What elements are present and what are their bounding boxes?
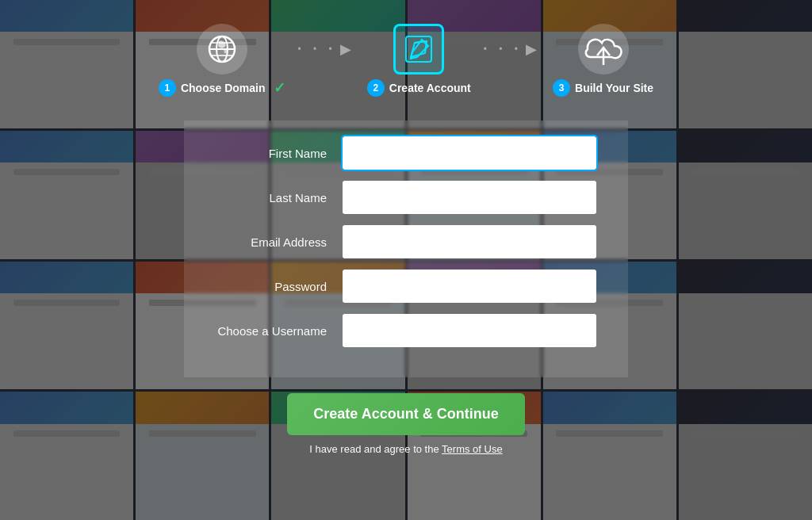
check-icon: ✓ — [274, 79, 285, 97]
email-label: Email Address — [216, 235, 343, 249]
last-name-input[interactable] — [343, 181, 596, 214]
create-account-form: First Name Last Name Email Address Passw… — [184, 120, 628, 377]
password-label: Password — [216, 280, 343, 293]
last-name-row: Last Name — [216, 181, 596, 214]
last-name-label: Last Name — [216, 191, 343, 205]
step-1-label: 1 Choose Domain ✓ — [159, 79, 285, 97]
pencil-icon — [393, 24, 444, 75]
main-content: 1 Choose Domain ✓ • • • ▶ — [0, 0, 812, 520]
terms-link[interactable]: Terms of Use — [442, 443, 503, 455]
terms-text: I have read and agree to the Terms of Us… — [309, 443, 502, 455]
username-row: Choose a Username — [216, 314, 596, 347]
divider-1: • • • ▶ — [285, 40, 367, 58]
step-1-icon: 1 Choose Domain ✓ — [159, 24, 285, 97]
cloud-upload-icon — [578, 24, 629, 75]
steps-nav: 1 Choose Domain ✓ • • • ▶ — [159, 24, 653, 97]
password-row: Password — [216, 270, 596, 303]
username-input[interactable] — [343, 314, 596, 347]
first-name-row: First Name — [216, 136, 596, 170]
step-3-icon: 3 Build Your Site — [553, 24, 653, 97]
submit-button[interactable]: Create Account & Continue — [287, 393, 525, 435]
username-label: Choose a Username — [216, 324, 343, 338]
step-2-label: 2 Create Account — [367, 79, 471, 97]
email-row: Email Address — [216, 225, 596, 258]
divider-2: • • • ▶ — [471, 40, 553, 58]
step-2-number: 2 — [367, 79, 385, 97]
step-2-icon: 2 Create Account — [367, 24, 471, 97]
globe-icon — [197, 24, 247, 75]
first-name-input[interactable] — [343, 136, 596, 170]
step-1-number: 1 — [159, 79, 176, 97]
password-input[interactable] — [343, 270, 596, 303]
step-3-number: 3 — [553, 79, 570, 97]
email-input[interactable] — [343, 225, 596, 258]
step-3-label: 3 Build Your Site — [553, 79, 653, 97]
first-name-label: First Name — [216, 147, 343, 160]
